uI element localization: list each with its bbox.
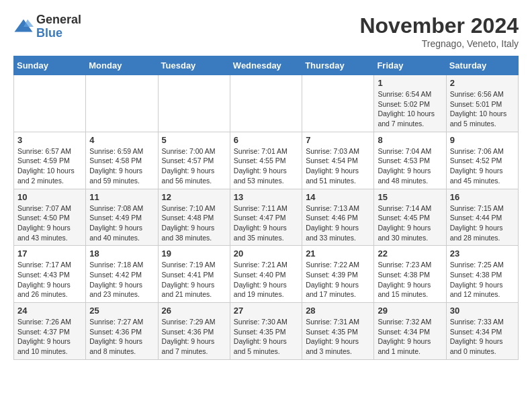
calendar-cell: 26Sunrise: 7:29 AM Sunset: 4:36 PM Dayli… [158, 303, 230, 360]
day-number: 16 [450, 192, 515, 202]
day-number: 1 [378, 78, 442, 88]
day-number: 14 [306, 192, 370, 202]
day-info: Sunrise: 7:26 AM Sunset: 4:37 PM Dayligh… [17, 317, 82, 357]
calendar-cell: 22Sunrise: 7:23 AM Sunset: 4:38 PM Dayli… [374, 246, 446, 303]
calendar-cell: 10Sunrise: 7:07 AM Sunset: 4:50 PM Dayli… [14, 189, 86, 246]
day-info: Sunrise: 7:14 AM Sunset: 4:45 PM Dayligh… [378, 203, 442, 243]
day-number: 5 [162, 135, 226, 145]
days-header-row: SundayMondayTuesdayWednesdayThursdayFrid… [14, 56, 519, 75]
calendar-week-row: 1Sunrise: 6:54 AM Sunset: 5:02 PM Daylig… [14, 75, 519, 132]
day-header-thursday: Thursday [302, 56, 374, 75]
calendar-cell: 5Sunrise: 7:00 AM Sunset: 4:57 PM Daylig… [158, 132, 230, 189]
calendar-cell: 25Sunrise: 7:27 AM Sunset: 4:36 PM Dayli… [86, 303, 158, 360]
month-title: November 2024 [359, 13, 519, 38]
day-header-wednesday: Wednesday [230, 56, 302, 75]
calendar-cell [230, 75, 302, 132]
day-info: Sunrise: 7:19 AM Sunset: 4:41 PM Dayligh… [162, 260, 226, 300]
day-info: Sunrise: 7:06 AM Sunset: 4:52 PM Dayligh… [450, 146, 515, 186]
day-number: 9 [450, 135, 515, 145]
day-header-monday: Monday [86, 56, 158, 75]
calendar-cell: 7Sunrise: 7:03 AM Sunset: 4:54 PM Daylig… [302, 132, 374, 189]
day-info: Sunrise: 7:33 AM Sunset: 4:34 PM Dayligh… [450, 317, 515, 357]
calendar-cell: 20Sunrise: 7:21 AM Sunset: 4:40 PM Dayli… [230, 246, 302, 303]
day-number: 24 [17, 306, 82, 316]
logo-blue-text: Blue [36, 27, 81, 40]
day-header-friday: Friday [374, 56, 446, 75]
calendar-cell: 4Sunrise: 6:59 AM Sunset: 4:58 PM Daylig… [86, 132, 158, 189]
calendar-cell: 3Sunrise: 6:57 AM Sunset: 4:59 PM Daylig… [14, 132, 86, 189]
day-number: 27 [234, 306, 298, 316]
location: Tregnago, Veneto, Italy [359, 38, 519, 49]
day-number: 10 [17, 192, 82, 202]
day-info: Sunrise: 6:56 AM Sunset: 5:01 PM Dayligh… [450, 89, 515, 129]
logo: General Blue [13, 13, 81, 40]
day-number: 12 [162, 192, 226, 202]
day-number: 21 [306, 248, 370, 259]
day-number: 25 [89, 306, 154, 316]
logo-icon [13, 17, 34, 37]
day-number: 26 [162, 306, 226, 316]
day-info: Sunrise: 7:07 AM Sunset: 4:50 PM Dayligh… [17, 203, 82, 243]
day-number: 3 [17, 135, 82, 145]
day-number: 13 [234, 192, 298, 202]
day-info: Sunrise: 7:17 AM Sunset: 4:43 PM Dayligh… [17, 260, 82, 300]
day-header-sunday: Sunday [14, 56, 86, 75]
day-info: Sunrise: 7:21 AM Sunset: 4:40 PM Dayligh… [234, 260, 298, 300]
day-info: Sunrise: 7:03 AM Sunset: 4:54 PM Dayligh… [306, 146, 370, 186]
day-info: Sunrise: 7:29 AM Sunset: 4:36 PM Dayligh… [162, 317, 226, 357]
day-number: 2 [450, 78, 515, 88]
day-info: Sunrise: 7:10 AM Sunset: 4:48 PM Dayligh… [162, 203, 226, 243]
day-info: Sunrise: 7:22 AM Sunset: 4:39 PM Dayligh… [306, 260, 370, 300]
day-info: Sunrise: 7:15 AM Sunset: 4:44 PM Dayligh… [450, 203, 515, 243]
day-info: Sunrise: 7:18 AM Sunset: 4:42 PM Dayligh… [89, 260, 154, 300]
day-number: 6 [234, 135, 298, 145]
calendar-cell: 28Sunrise: 7:31 AM Sunset: 4:35 PM Dayli… [302, 303, 374, 360]
day-number: 7 [306, 135, 370, 145]
calendar-cell: 2Sunrise: 6:56 AM Sunset: 5:01 PM Daylig… [446, 75, 518, 132]
calendar-cell: 29Sunrise: 7:32 AM Sunset: 4:34 PM Dayli… [374, 303, 446, 360]
calendar-cell: 12Sunrise: 7:10 AM Sunset: 4:48 PM Dayli… [158, 189, 230, 246]
day-info: Sunrise: 7:25 AM Sunset: 4:38 PM Dayligh… [450, 260, 515, 300]
calendar-cell: 13Sunrise: 7:11 AM Sunset: 4:47 PM Dayli… [230, 189, 302, 246]
day-info: Sunrise: 7:23 AM Sunset: 4:38 PM Dayligh… [378, 260, 442, 300]
day-info: Sunrise: 6:59 AM Sunset: 4:58 PM Dayligh… [89, 146, 154, 186]
day-number: 30 [450, 306, 515, 316]
day-info: Sunrise: 6:57 AM Sunset: 4:59 PM Dayligh… [17, 146, 82, 186]
day-header-tuesday: Tuesday [158, 56, 230, 75]
day-info: Sunrise: 7:08 AM Sunset: 4:49 PM Dayligh… [89, 203, 154, 243]
calendar-cell: 16Sunrise: 7:15 AM Sunset: 4:44 PM Dayli… [446, 189, 518, 246]
calendar-cell: 8Sunrise: 7:04 AM Sunset: 4:53 PM Daylig… [374, 132, 446, 189]
calendar-cell [14, 75, 86, 132]
day-number: 4 [89, 135, 154, 145]
calendar-cell: 9Sunrise: 7:06 AM Sunset: 4:52 PM Daylig… [446, 132, 518, 189]
day-number: 23 [450, 248, 515, 259]
title-area: November 2024 Tregnago, Veneto, Italy [359, 13, 519, 49]
calendar-cell: 23Sunrise: 7:25 AM Sunset: 4:38 PM Dayli… [446, 246, 518, 303]
calendar-week-row: 3Sunrise: 6:57 AM Sunset: 4:59 PM Daylig… [14, 132, 519, 189]
calendar-cell: 30Sunrise: 7:33 AM Sunset: 4:34 PM Dayli… [446, 303, 518, 360]
day-info: Sunrise: 6:54 AM Sunset: 5:02 PM Dayligh… [378, 89, 442, 129]
day-number: 22 [378, 248, 442, 259]
day-info: Sunrise: 7:30 AM Sunset: 4:35 PM Dayligh… [234, 317, 298, 357]
calendar-cell [86, 75, 158, 132]
page-header: General Blue November 2024 Tregnago, Ven… [13, 13, 519, 49]
day-number: 20 [234, 248, 298, 259]
calendar-cell: 6Sunrise: 7:01 AM Sunset: 4:55 PM Daylig… [230, 132, 302, 189]
day-info: Sunrise: 7:04 AM Sunset: 4:53 PM Dayligh… [378, 146, 442, 186]
day-number: 18 [89, 248, 154, 259]
day-number: 28 [306, 306, 370, 316]
day-info: Sunrise: 7:32 AM Sunset: 4:34 PM Dayligh… [378, 317, 442, 357]
day-info: Sunrise: 7:13 AM Sunset: 4:46 PM Dayligh… [306, 203, 370, 243]
calendar-cell: 14Sunrise: 7:13 AM Sunset: 4:46 PM Dayli… [302, 189, 374, 246]
calendar-week-row: 24Sunrise: 7:26 AM Sunset: 4:37 PM Dayli… [14, 303, 519, 360]
calendar-cell [302, 75, 374, 132]
day-number: 15 [378, 192, 442, 202]
day-info: Sunrise: 7:01 AM Sunset: 4:55 PM Dayligh… [234, 146, 298, 186]
calendar-cell: 17Sunrise: 7:17 AM Sunset: 4:43 PM Dayli… [14, 246, 86, 303]
calendar-cell: 1Sunrise: 6:54 AM Sunset: 5:02 PM Daylig… [374, 75, 446, 132]
calendar-cell: 27Sunrise: 7:30 AM Sunset: 4:35 PM Dayli… [230, 303, 302, 360]
day-info: Sunrise: 7:00 AM Sunset: 4:57 PM Dayligh… [162, 146, 226, 186]
calendar-cell [158, 75, 230, 132]
logo-general-text: General [36, 13, 81, 27]
calendar-table: SundayMondayTuesdayWednesdayThursdayFrid… [13, 56, 519, 360]
